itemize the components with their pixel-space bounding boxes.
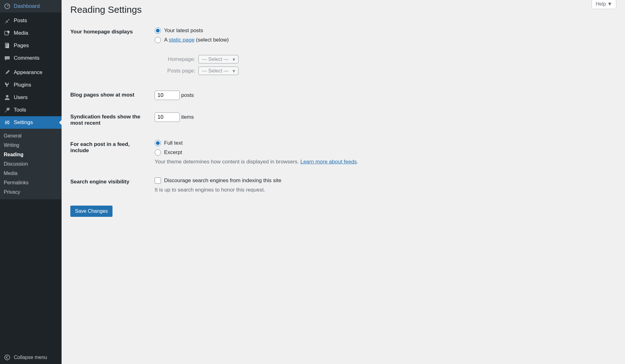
search-visibility-description: It is up to search engines to honor this… [155,187,613,193]
submenu-reading[interactable]: Reading [0,150,62,159]
homepage-select[interactable]: — Select — [198,55,238,63]
collapse-icon [4,354,11,361]
settings-form-table: Your homepage displays Your latest posts… [70,21,616,199]
submenu-discussion[interactable]: Discussion [0,159,62,169]
sidebar-item-label: Users [14,94,28,101]
sidebar-item-settings[interactable]: Settings [0,116,62,129]
row-label-search-visibility: Search engine visibility [70,171,152,199]
sidebar-item-label: Settings [14,119,33,126]
sidebar-item-label: Dashboard [14,3,40,9]
sidebar-item-label: Pages [14,42,29,49]
save-changes-button[interactable]: Save Changes [70,206,112,217]
svg-point-2 [7,31,10,33]
pin-icon [4,17,11,24]
help-label: Help [596,1,606,7]
radio-static-page-label: A static page (select below) [164,37,229,43]
collapse-menu-button[interactable]: Collapse menu [0,351,62,364]
brush-icon [4,69,11,76]
radio-full-text-label: Full text [164,140,183,146]
svg-rect-4 [6,44,9,48]
sidebar-item-plugins[interactable]: Plugins [0,79,62,91]
sidebar-item-posts[interactable]: Posts [0,14,62,27]
sidebar-item-label: Media [14,30,28,36]
items-suffix: items [181,114,194,120]
svg-point-5 [6,95,8,97]
radio-excerpt-label: Excerpt [164,149,182,156]
submenu-privacy[interactable]: Privacy [0,187,62,197]
sidebar-item-appearance[interactable]: Appearance [0,66,62,79]
radio-full-text[interactable] [155,140,161,146]
sidebar-item-comments[interactable]: Comments [0,52,62,64]
comment-icon [4,55,11,62]
row-label-syndication: Syndication feeds show the most recent [70,106,152,134]
sidebar-item-dashboard[interactable]: Dashboard [0,0,62,12]
posts-per-page-input[interactable] [155,91,180,100]
help-tab[interactable]: Help ▼ [592,0,616,9]
radio-latest-posts[interactable] [155,27,161,34]
sidebar-item-pages[interactable]: Pages [0,39,62,52]
submenu-permalinks[interactable]: Permalinks [0,178,62,187]
sliders-icon [4,119,11,126]
sidebar-item-label: Posts [14,17,27,24]
sidebar-item-label: Tools [14,107,26,113]
submenu-general[interactable]: General [0,131,62,141]
sidebar-item-media[interactable]: Media [0,27,62,39]
sidebar-item-label: Appearance [14,69,42,76]
learn-feeds-link[interactable]: Learn more about feeds [300,159,357,165]
chevron-down-icon: ▼ [607,1,612,7]
sidebar-item-label: Plugins [14,82,31,88]
pages-icon [4,42,11,49]
homepage-select-label: Homepage: [164,56,195,62]
discourage-search-label: Discourage search engines from indexing … [164,177,281,184]
dashboard-icon [4,3,11,10]
wrench-icon [4,107,11,113]
row-label-feed-include: For each post in a feed, include [70,134,152,171]
svg-point-6 [5,355,10,360]
sidebar-item-tools[interactable]: Tools [0,104,62,116]
syndication-items-input[interactable] [155,112,180,122]
discourage-search-checkbox[interactable] [155,177,161,184]
row-label-homepage: Your homepage displays [70,21,152,84]
sidebar-item-label: Comments [14,55,39,61]
submenu-writing[interactable]: Writing [0,141,62,150]
media-icon [4,30,11,37]
user-icon [4,94,11,101]
postspage-select-label: Posts page: [164,68,195,74]
radio-static-page[interactable] [155,37,161,43]
postspage-select[interactable]: — Select — [198,67,238,75]
radio-excerpt[interactable] [155,149,161,156]
main-content: Help ▼ Reading Settings Your homepage di… [62,0,625,364]
collapse-label: Collapse menu [14,355,47,360]
static-page-link[interactable]: static page [169,37,194,43]
feed-description: Your theme determines how content is dis… [155,159,613,165]
row-label-blog-pages: Blog pages show at most [70,84,152,106]
submenu-media[interactable]: Media [0,169,62,178]
sidebar-item-users[interactable]: Users [0,91,62,104]
posts-suffix: posts [181,92,194,98]
plug-icon [4,82,11,88]
page-title: Reading Settings [70,0,616,21]
settings-submenu: General Writing Reading Discussion Media… [0,129,62,199]
admin-sidebar: Dashboard Posts Media Pages Comments App… [0,0,62,364]
radio-latest-posts-label: Your latest posts [164,27,203,34]
